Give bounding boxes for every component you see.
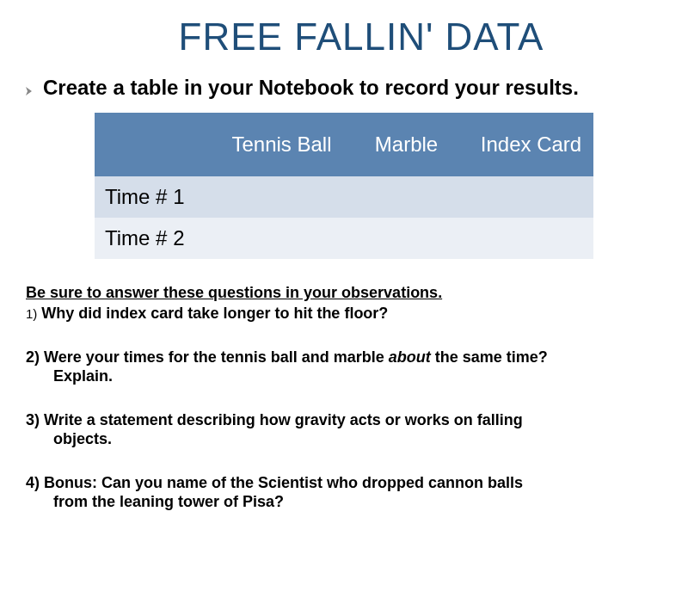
col-header-blank [95, 113, 219, 176]
cell [344, 176, 469, 218]
question-3: 3) Write a statement describing how grav… [24, 410, 664, 449]
cell [219, 218, 344, 259]
col-header-marble: Marble [344, 113, 469, 176]
table-header-row: Tennis Ball Marble Index Card [95, 113, 593, 176]
q2-indent: Explain. [26, 367, 664, 386]
q3-indent: objects. [26, 429, 664, 449]
q4-main: 4) Bonus: Can you name of the Scientist … [26, 474, 523, 491]
instruction-text: Create a table in your Notebook to recor… [43, 76, 579, 101]
col-header-index: Index Card [469, 113, 593, 176]
q1-text: Why did index card take longer to hit th… [37, 305, 388, 322]
cell [344, 218, 469, 259]
q2-pre: 2) Were your times for the tennis ball a… [26, 348, 389, 366]
chevron-right-icon [24, 84, 34, 100]
row-label: Time # 1 [95, 176, 219, 218]
questions-intro: Be sure to answer these questions in you… [24, 283, 664, 303]
q4-indent: from the leaning tower of Pisa? [26, 492, 664, 512]
table-row: Time # 1 [95, 176, 593, 218]
cell [469, 218, 593, 259]
data-table: Tennis Ball Marble Index Card Time # 1 T… [95, 113, 593, 259]
cell [469, 176, 593, 218]
question-1: 1) Why did index card take longer to hit… [24, 304, 664, 323]
instruction-row: Create a table in your Notebook to recor… [24, 76, 664, 101]
table-row: Time # 2 [95, 218, 593, 259]
cell [219, 176, 344, 218]
q2-post: the same time? [431, 348, 548, 366]
page-title: FREE FALLIN' DATA [24, 15, 664, 59]
questions-block: Be sure to answer these questions in you… [24, 283, 664, 512]
q2-about: about [389, 348, 431, 366]
col-header-tennis: Tennis Ball [219, 113, 344, 176]
row-label: Time # 2 [95, 218, 219, 259]
q1-number: 1) [26, 306, 37, 321]
question-4: 4) Bonus: Can you name of the Scientist … [24, 473, 664, 512]
q3-main: 3) Write a statement describing how grav… [26, 411, 523, 428]
question-2: 2) Were your times for the tennis ball a… [24, 348, 664, 386]
